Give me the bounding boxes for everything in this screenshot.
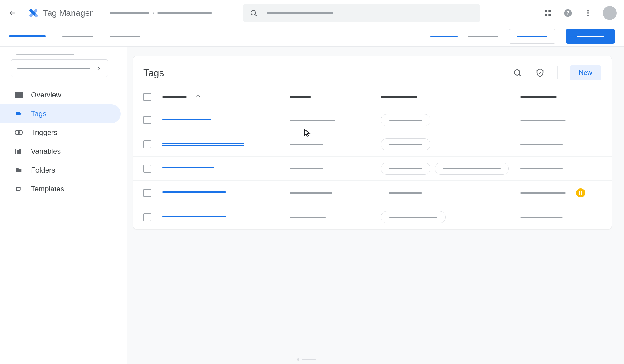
sidebar-item-variables[interactable]: Variables (0, 142, 121, 161)
paused-badge-icon (576, 188, 585, 197)
subnav-tab-1[interactable] (9, 35, 46, 37)
sidebar-item-label: Templates (31, 185, 64, 193)
table-row[interactable] (133, 156, 612, 180)
new-button[interactable]: New (570, 65, 601, 80)
last-edited (520, 192, 566, 194)
back-button[interactable] (7, 8, 18, 18)
apps-button[interactable] (543, 8, 553, 18)
body: Overview Tags Triggers Variables Folders… (0, 47, 624, 364)
col-header-name[interactable] (162, 94, 290, 100)
last-edited (520, 168, 563, 169)
tag-name-link[interactable] (162, 143, 244, 146)
subnav-tab-3[interactable] (110, 36, 140, 37)
svg-rect-13 (15, 92, 23, 98)
tag-name-link[interactable] (162, 191, 226, 194)
submit-button[interactable] (566, 29, 615, 44)
subnav-tab-2[interactable] (62, 36, 93, 37)
svg-point-2 (35, 14, 38, 17)
sidebar-item-label: Variables (31, 147, 61, 156)
col-header-triggers[interactable] (381, 96, 520, 98)
svg-point-12 (587, 15, 589, 16)
sidebar-item-folders[interactable]: Folders (0, 161, 121, 180)
row-checkbox[interactable] (143, 165, 151, 173)
sort-asc-icon (195, 94, 201, 100)
user-avatar[interactable] (603, 6, 617, 20)
sidebar-item-label: Overview (31, 91, 61, 99)
table-search-button[interactable] (512, 68, 523, 78)
tag-coverage-button[interactable] (535, 68, 545, 78)
row-checkbox[interactable] (143, 116, 151, 124)
table-row[interactable] (133, 132, 612, 156)
tag-name-link[interactable] (162, 119, 211, 121)
main-content: Tags New (127, 47, 624, 364)
trigger-chip[interactable] (381, 187, 430, 199)
sidebar-item-templates[interactable]: Templates (0, 180, 121, 198)
row-checkbox[interactable] (143, 189, 151, 197)
header-actions: ? (543, 6, 617, 20)
help-button[interactable]: ? (563, 8, 573, 18)
workspace-label (16, 54, 74, 55)
search-icon (250, 9, 258, 17)
table-header-row (133, 86, 612, 108)
tag-icon (15, 110, 23, 118)
trigger-chip[interactable] (381, 211, 446, 223)
shield-check-icon (535, 68, 545, 77)
preview-button[interactable] (509, 29, 555, 44)
svg-text:?: ? (566, 10, 570, 16)
folder-icon (15, 166, 23, 174)
svg-point-10 (587, 10, 589, 11)
workspace-changes-link[interactable] (430, 36, 458, 37)
card-title: Tags (143, 67, 164, 79)
divider (557, 66, 558, 79)
more-vert-icon (584, 9, 592, 17)
search-placeholder (267, 12, 333, 14)
sidebar-item-label: Tags (31, 110, 46, 118)
table-row[interactable] (133, 205, 612, 229)
select-all-checkbox[interactable] (143, 93, 151, 101)
tag-type (290, 168, 323, 169)
trigger-chip[interactable] (381, 114, 430, 126)
version-info (468, 36, 498, 37)
svg-rect-5 (548, 10, 551, 12)
help-icon: ? (563, 8, 572, 18)
col-header-type[interactable] (290, 96, 381, 98)
row-checkbox[interactable] (143, 140, 151, 148)
workspace-selector[interactable] (11, 59, 108, 77)
gtm-logo-icon (28, 8, 39, 19)
more-button[interactable] (583, 8, 593, 18)
breadcrumb[interactable]: › (110, 9, 222, 16)
tag-type (290, 192, 332, 194)
last-edited (520, 217, 563, 218)
apps-grid-icon (544, 9, 552, 17)
tag-name-link[interactable] (162, 167, 214, 170)
svg-point-19 (514, 70, 520, 75)
sidebar: Overview Tags Triggers Variables Folders… (0, 47, 127, 364)
svg-rect-16 (15, 149, 16, 154)
search-bar[interactable] (243, 4, 480, 22)
breadcrumb-account (110, 12, 149, 14)
svg-point-15 (18, 130, 22, 135)
trigger-icon (15, 128, 23, 137)
table-row[interactable] (133, 180, 612, 205)
tag-name-link[interactable] (162, 216, 226, 218)
trigger-chip[interactable] (381, 138, 430, 150)
svg-rect-4 (545, 10, 547, 12)
col-header-last-edited[interactable] (520, 96, 601, 98)
svg-point-11 (587, 12, 589, 13)
sidebar-item-label: Triggers (31, 128, 57, 137)
breadcrumb-sep: › (152, 9, 154, 16)
trigger-chip[interactable] (435, 163, 509, 175)
table-row[interactable] (133, 108, 612, 132)
footer-indicator (297, 358, 327, 361)
sidebar-item-triggers[interactable]: Triggers (0, 123, 121, 142)
row-checkbox[interactable] (143, 213, 151, 221)
svg-point-3 (251, 10, 255, 15)
tag-type (290, 120, 335, 121)
card-header: Tags New (133, 56, 612, 86)
last-edited (520, 120, 566, 121)
sidebar-item-overview[interactable]: Overview (0, 86, 121, 104)
trigger-chip[interactable] (381, 163, 430, 175)
sidebar-item-tags[interactable]: Tags (0, 104, 121, 123)
tags-card: Tags New (133, 56, 612, 229)
template-icon (15, 185, 23, 193)
